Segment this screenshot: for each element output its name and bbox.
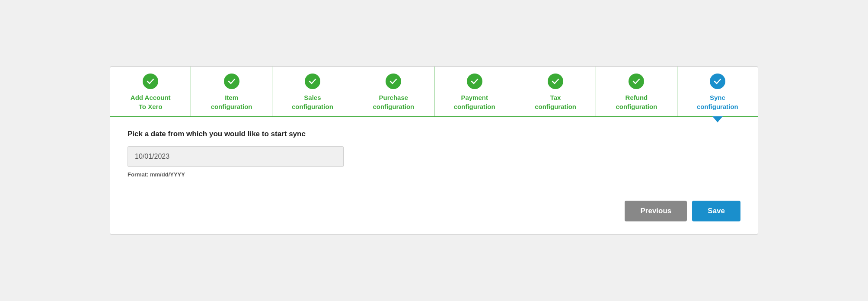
step-8[interactable]: Syncconfiguration	[677, 67, 758, 116]
step-circle-5	[467, 74, 482, 89]
step-5[interactable]: Paymentconfiguration	[434, 67, 515, 116]
step-label-1: Add AccountTo Xero	[131, 93, 171, 111]
step-circle-4	[386, 74, 401, 89]
step-3[interactable]: Salesconfiguration	[272, 67, 353, 116]
stepper: Add AccountTo XeroItemconfigurationSales…	[110, 67, 758, 117]
step-4[interactable]: Purchaseconfiguration	[353, 67, 434, 116]
step-circle-2	[224, 74, 239, 89]
step-circle-1	[143, 74, 158, 89]
previous-button[interactable]: Previous	[625, 201, 687, 221]
step-label-3: Salesconfiguration	[292, 93, 333, 111]
step-circle-8	[710, 74, 725, 89]
step-label-2: Itemconfiguration	[211, 93, 252, 111]
step-2[interactable]: Itemconfiguration	[191, 67, 272, 116]
content-area: Pick a date from which you would like to…	[110, 117, 758, 234]
step-circle-6	[548, 74, 563, 89]
step-label-8: Syncconfiguration	[697, 93, 738, 111]
divider	[128, 190, 740, 190]
step-6[interactable]: Taxconfiguration	[515, 67, 596, 116]
step-label-4: Purchaseconfiguration	[373, 93, 414, 111]
step-circle-7	[629, 74, 644, 89]
format-hint: Format: mm/dd/YYYY	[128, 171, 740, 178]
wizard-card: Add AccountTo XeroItemconfigurationSales…	[110, 66, 758, 235]
date-input[interactable]	[128, 146, 344, 167]
step-label-6: Taxconfiguration	[535, 93, 576, 111]
step-label-5: Paymentconfiguration	[454, 93, 495, 111]
step-1[interactable]: Add AccountTo Xero	[110, 67, 191, 116]
section-title: Pick a date from which you would like to…	[128, 130, 740, 138]
step-label-7: Refundconfiguration	[616, 93, 657, 111]
step-active-arrow	[712, 116, 723, 122]
step-circle-3	[305, 74, 320, 89]
action-buttons: Previous Save	[128, 201, 740, 221]
step-7[interactable]: Refundconfiguration	[596, 67, 677, 116]
save-button[interactable]: Save	[692, 201, 740, 221]
